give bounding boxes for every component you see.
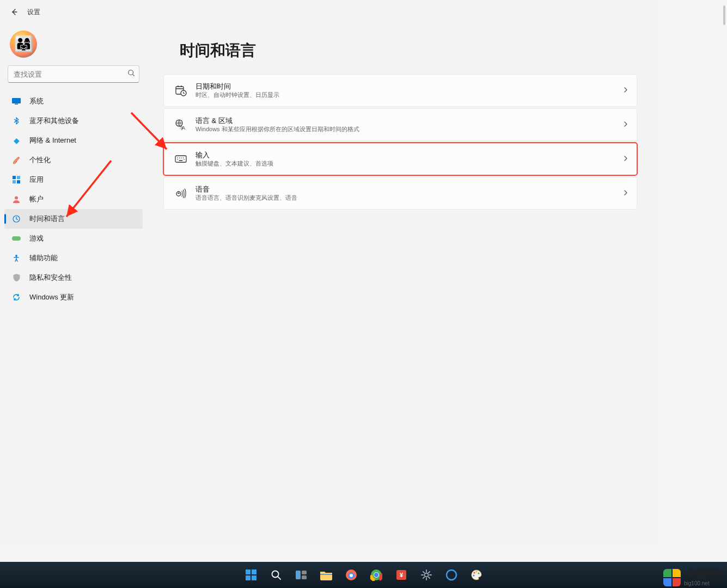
paintbrush-icon — [12, 156, 21, 164]
user-avatar — [10, 30, 37, 58]
svg-point-49 — [475, 571, 477, 572]
user-icon — [12, 195, 21, 204]
watermark-en: big100.net — [684, 581, 722, 586]
sidebar-item-apps[interactable]: 应用 — [4, 170, 143, 189]
sidebar-item-label: Windows 更新 — [29, 292, 74, 302]
card-title: 输入 — [196, 150, 622, 160]
taskbar-start[interactable] — [240, 564, 262, 586]
svg-rect-35 — [320, 574, 332, 575]
svg-rect-2 — [15, 104, 18, 105]
svg-point-38 — [350, 574, 353, 577]
watermark-cn: 大百网 — [684, 569, 722, 581]
chevron-right-icon — [622, 85, 629, 95]
update-icon — [12, 293, 21, 302]
sidebar-item-time-language[interactable]: 时间和语言 — [4, 209, 143, 229]
taskbar-taskview[interactable] — [290, 564, 312, 586]
svg-rect-34 — [302, 575, 307, 579]
sidebar-item-privacy[interactable]: 隐私和安全性 — [4, 268, 143, 287]
scrollbar-thumb[interactable] — [723, 5, 725, 25]
svg-point-17 — [177, 157, 178, 158]
svg-text:字: 字 — [180, 126, 184, 131]
sidebar-item-label: 系统 — [29, 96, 44, 106]
taskbar-app-red[interactable]: ¥ — [390, 564, 412, 586]
svg-point-19 — [181, 157, 182, 158]
globe-clock-icon — [12, 215, 21, 223]
taskbar-search[interactable] — [265, 564, 287, 586]
nav-list: 系统 蓝牙和其他设备 ◆ 网络 & Internet 个性化 应用 — [0, 90, 147, 308]
svg-rect-3 — [13, 176, 16, 179]
sidebar-item-label: 隐私和安全性 — [29, 273, 72, 283]
accessibility-icon — [12, 254, 21, 262]
svg-rect-23 — [179, 160, 183, 161]
card-language-region[interactable]: A字 语言 & 区域 Windows 和某些应用根据你所在的区域设置日期和时间的… — [163, 108, 637, 141]
gamepad-icon — [12, 234, 21, 243]
card-desc: 触摸键盘、文本建议、首选项 — [196, 160, 622, 168]
svg-rect-29 — [246, 575, 251, 580]
card-desc: 时区、自动时钟设置、日历显示 — [196, 91, 622, 99]
sidebar-item-label: 个性化 — [29, 155, 51, 165]
card-title: 语言 & 区域 — [196, 116, 622, 126]
card-date-time[interactable]: 日期和时间 时区、自动时钟设置、日历显示 — [163, 74, 637, 107]
svg-text:¥: ¥ — [399, 572, 403, 578]
sidebar: 系统 蓝牙和其他设备 ◆ 网络 & Internet 个性化 应用 — [0, 24, 147, 544]
language-icon: A字 — [174, 118, 188, 132]
svg-point-46 — [424, 573, 428, 577]
svg-rect-30 — [252, 575, 256, 580]
card-title: 语音 — [196, 185, 622, 194]
sidebar-item-windows-update[interactable]: Windows 更新 — [4, 287, 143, 307]
taskbar: ¥ — [0, 562, 727, 588]
sidebar-item-system[interactable]: 系统 — [4, 91, 143, 111]
watermark: 大百网 big100.net — [663, 569, 722, 586]
taskbar-settings[interactable] — [416, 564, 437, 586]
keyboard-icon — [174, 152, 188, 166]
sidebar-item-label: 游戏 — [29, 234, 44, 243]
svg-rect-6 — [17, 180, 20, 183]
sidebar-item-gaming[interactable]: 游戏 — [4, 229, 143, 248]
back-button[interactable] — [4, 2, 24, 22]
sidebar-item-label: 时间和语言 — [29, 214, 65, 224]
svg-point-51 — [473, 574, 474, 576]
wifi-icon: ◆ — [12, 136, 21, 145]
svg-rect-1 — [12, 98, 21, 103]
card-typing[interactable]: 输入 触摸键盘、文本建议、首选项 — [163, 143, 637, 175]
shield-icon — [12, 273, 21, 282]
svg-point-50 — [478, 572, 479, 574]
svg-point-7 — [15, 197, 18, 200]
svg-point-43 — [374, 573, 378, 577]
svg-point-20 — [183, 157, 184, 158]
avatar-row[interactable] — [0, 27, 147, 65]
svg-point-22 — [184, 159, 185, 160]
svg-point-48 — [473, 572, 475, 573]
sidebar-item-label: 帐户 — [29, 194, 44, 204]
titlebar-title: 设置 — [27, 8, 40, 17]
taskbar-paint[interactable] — [466, 564, 487, 586]
svg-rect-27 — [246, 569, 251, 574]
chevron-right-icon — [622, 154, 629, 164]
bluetooth-icon — [12, 117, 21, 125]
card-desc: 语音语言、语音识别麦克风设置、语音 — [196, 194, 622, 202]
sidebar-item-network[interactable]: ◆ 网络 & Internet — [4, 131, 143, 150]
taskbar-browser-1[interactable] — [340, 564, 362, 586]
svg-point-21 — [177, 159, 178, 160]
sidebar-item-accounts[interactable]: 帐户 — [4, 189, 143, 209]
sidebar-item-accessibility[interactable]: 辅助功能 — [4, 248, 143, 268]
sidebar-item-bluetooth[interactable]: 蓝牙和其他设备 — [4, 111, 143, 131]
svg-point-18 — [179, 157, 180, 158]
taskbar-chrome[interactable] — [365, 564, 387, 586]
svg-rect-5 — [13, 180, 16, 183]
page-title: 时间和语言 — [180, 40, 637, 61]
speech-icon — [174, 186, 188, 200]
content-area: 时间和语言 日期和时间 时区、自动时钟设置、日历显示 A字 语言 & 区域 Wi… — [147, 24, 659, 544]
search-input[interactable] — [8, 65, 139, 83]
card-title: 日期和时间 — [196, 82, 622, 91]
card-speech[interactable]: 语音 语音语言、语音识别麦克风设置、语音 — [163, 177, 637, 210]
search-box[interactable] — [8, 65, 139, 83]
sidebar-item-label: 蓝牙和其他设备 — [29, 116, 79, 126]
svg-rect-16 — [175, 156, 186, 162]
taskbar-cortana[interactable] — [441, 564, 462, 586]
card-desc: Windows 和某些应用根据你所在的区域设置日期和时间的格式 — [196, 125, 622, 133]
sidebar-item-personalization[interactable]: 个性化 — [4, 150, 143, 170]
apps-icon — [12, 175, 21, 184]
taskbar-explorer[interactable] — [315, 564, 337, 586]
svg-rect-33 — [302, 571, 307, 574]
